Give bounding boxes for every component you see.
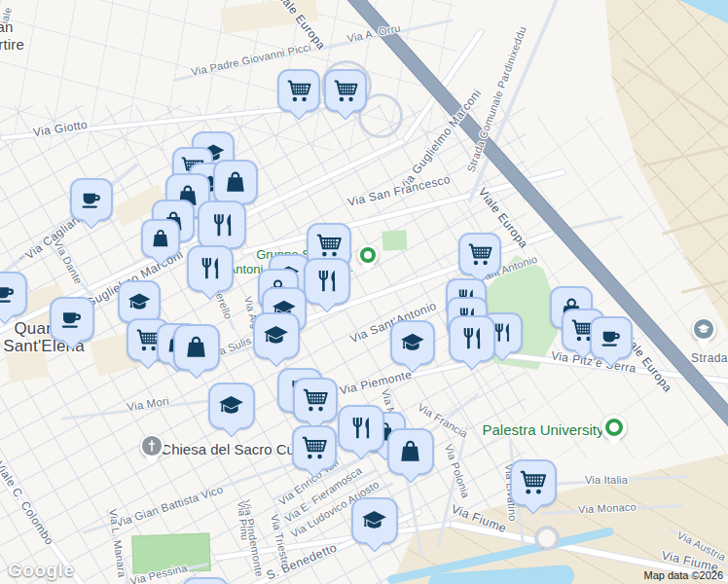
cafe-marker[interactable]: [0, 272, 27, 316]
road-segment: [243, 505, 263, 577]
restaurant-marker[interactable]: [198, 201, 246, 249]
restaurant-marker[interactable]: [338, 405, 384, 452]
shopping-cart-icon: [460, 235, 499, 274]
supermarket-marker[interactable]: [292, 425, 337, 470]
shopping-cart-icon: [279, 71, 318, 110]
church-pin[interactable]: [140, 434, 164, 458]
supermarket-marker[interactable]: [277, 69, 320, 112]
school-marker[interactable]: [351, 497, 398, 544]
park-poi-pin[interactable]: [357, 244, 379, 266]
street-label: Viale: [0, 6, 14, 31]
city-label: San: [0, 18, 14, 35]
park-poi-pin[interactable]: [601, 415, 627, 440]
street-label: Via Cagliari: [22, 213, 82, 263]
restaurant-icon: [340, 407, 382, 450]
road-segment: [274, 509, 291, 573]
park-square: [382, 230, 407, 250]
cross-icon: [142, 436, 162, 456]
school-icon: [255, 314, 298, 357]
restaurant-icon: [451, 317, 493, 360]
store-marker[interactable]: [141, 219, 180, 258]
shopping-cart-icon: [326, 71, 365, 110]
restaurant-marker[interactable]: [187, 245, 234, 292]
shopping-bag-icon: [175, 326, 218, 369]
store-marker[interactable]: [173, 324, 220, 371]
landuse-patch: [6, 347, 50, 383]
cafe-icon: [592, 318, 631, 357]
store-marker[interactable]: [387, 428, 434, 475]
shopping-cart-icon: [295, 380, 336, 420]
map-data-attribution: Map data ©2026: [644, 569, 724, 581]
cafe-icon: [72, 180, 111, 219]
school-marker[interactable]: [253, 312, 300, 359]
restaurant-marker[interactable]: [449, 315, 495, 362]
roundabout: [534, 526, 560, 551]
road-segment: [0, 162, 139, 280]
shopping-cart-icon: [512, 461, 555, 504]
cafe-icon: [52, 299, 92, 340]
poi-label-green[interactable]: Palestra University: [482, 421, 603, 438]
shopping-bag-icon: [389, 430, 432, 473]
cafe-marker[interactable]: [590, 316, 633, 359]
school-marker[interactable]: [118, 280, 161, 323]
shopping-bag-icon: [143, 221, 178, 256]
cafe-marker[interactable]: [70, 178, 113, 221]
cafe-marker[interactable]: [50, 297, 94, 342]
supermarket-marker[interactable]: [458, 233, 501, 275]
store-marker[interactable]: [182, 577, 229, 584]
school-icon: [210, 384, 253, 427]
school-icon: [392, 322, 433, 363]
cafe-icon: [0, 274, 25, 314]
school-marker[interactable]: [208, 383, 255, 429]
shopping-bag-icon: [184, 579, 227, 584]
shopping-bag-icon: [215, 162, 256, 202]
supermarket-marker[interactable]: [293, 378, 338, 422]
graduation-cap-icon: [694, 319, 713, 339]
supermarket-marker[interactable]: [510, 459, 557, 506]
shopping-cart-icon: [294, 427, 335, 468]
green-dot-icon: [605, 419, 624, 437]
restaurant-icon: [200, 202, 244, 247]
school-icon: [120, 282, 159, 321]
supermarket-marker[interactable]: [324, 69, 367, 112]
street-label: Strada: [691, 351, 728, 365]
map-canvas[interactable]: Via Padre Giovanni PicciVia A. OrruVia G…: [0, 0, 728, 584]
city-label: Martire: [0, 36, 24, 53]
school-icon: [353, 499, 396, 542]
store-marker[interactable]: [213, 160, 258, 204]
restaurant-icon: [306, 260, 348, 303]
landuse-patch: [221, 0, 319, 34]
google-logo[interactable]: Google: [8, 560, 74, 581]
restaurant-marker[interactable]: [304, 258, 350, 305]
restaurant-icon: [189, 247, 232, 290]
green-dot-icon: [360, 247, 376, 263]
university-pin[interactable]: [692, 317, 716, 342]
school-marker[interactable]: [390, 320, 435, 365]
